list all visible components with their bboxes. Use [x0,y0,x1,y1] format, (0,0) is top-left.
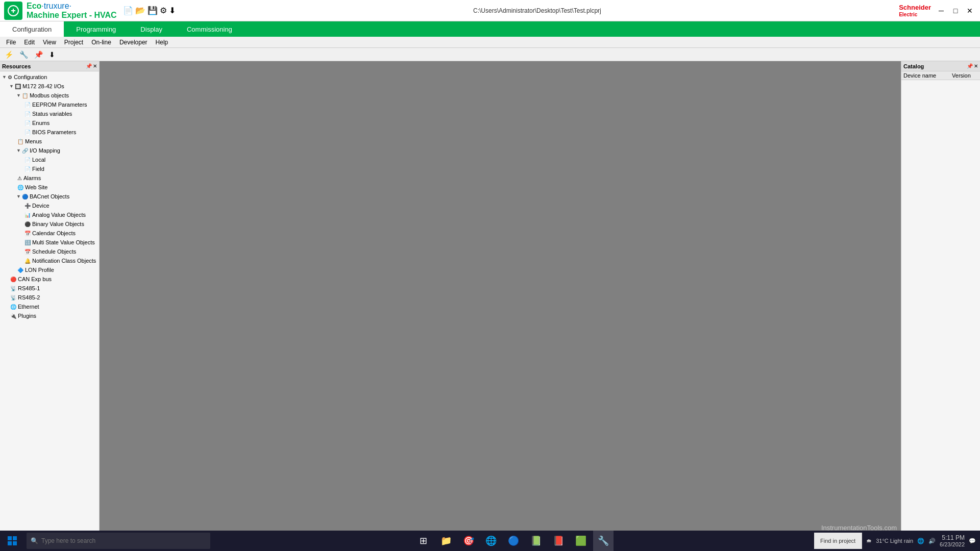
toolbar-btn-3[interactable]: 📌 [32,49,45,60]
menu-project[interactable]: Project [60,37,87,48]
save-button[interactable]: 💾 [148,6,158,15]
tree-item-label: Menus [25,138,42,144]
menu-online[interactable]: On-line [87,37,115,48]
menubar: File Edit View Project On-line Developer… [0,37,980,48]
tree-item[interactable]: 🔢Multi State Value Objects [0,238,99,247]
tree-item[interactable]: 🔷LON Profile [0,265,99,274]
tree-item-label: Alarms [23,175,41,181]
start-button[interactable] [0,531,24,551]
tree-item-icon: 📅 [24,249,31,255]
menu-view[interactable]: View [39,37,60,48]
tree-item[interactable]: ▼⚙Configuration [0,72,99,82]
taskbar-app4[interactable]: 📗 [526,531,546,551]
taskbar-file-explorer[interactable]: 📁 [436,531,456,551]
catalog-panel: Catalog 📌 ✕ Device name Version [901,61,980,536]
menu-edit[interactable]: Edit [20,37,39,48]
open-button[interactable]: 📂 [135,6,145,15]
menu-help[interactable]: Help [152,37,173,48]
tree-item[interactable]: 📄BIOS Parameters [0,128,99,137]
close-button[interactable]: ✕ [964,5,976,17]
clock-time: 5:11 PM [940,534,965,541]
clock: 5:11 PM 6/23/2022 [940,534,965,547]
search-bar: 🔍 [27,533,210,549]
tree-item-label: Binary Value Objects [32,221,84,227]
taskbar-task-view[interactable]: ⊞ [413,531,434,551]
tree-item[interactable]: 📡RS485-2 [0,293,99,302]
tree-item-icon: 🔗 [22,148,28,154]
app-main-name: Machine Expert [27,11,87,19]
taskbar-app2[interactable]: 🌐 [481,531,501,551]
tree-item-label: Modbus objects [30,92,69,98]
tree-item-label: Configuration [14,74,47,80]
maximize-button[interactable]: □ [949,5,962,17]
toolbar-btn-1[interactable]: ⚡ [2,49,16,60]
tree-item[interactable]: 🔔Notification Class Objects [0,256,99,265]
tree-item[interactable]: 📄Field [0,164,99,173]
search-input[interactable] [41,537,206,544]
taskbar-app1[interactable]: 🎯 [458,531,479,551]
tree-item[interactable]: 📡RS485-1 [0,284,99,293]
tree-item-label: Enums [32,120,50,126]
sound-icon: 🔊 [928,538,936,544]
toolbar: ⚡ 🔧 📌 ⬇ [0,48,980,61]
catalog-table: Device name Version [901,71,980,80]
tree-item[interactable]: 📄EEPROM Parameters [0,100,99,109]
download-button[interactable]: ⬇ [169,6,176,15]
tree-item-icon: 📄 [24,102,31,108]
resources-pin-button[interactable]: 📌 [86,63,92,69]
find-in-project-button[interactable]: Find in project [814,533,862,549]
catalog-close-button[interactable]: ✕ [974,63,978,69]
tab-configuration[interactable]: Configuration [0,21,64,37]
tree-item[interactable]: 📄Status variables [0,109,99,118]
tree-item[interactable]: ⚫Binary Value Objects [0,219,99,229]
tree-item-icon: 📄 [24,130,31,135]
tree-item[interactable]: ▼🔲M172 28-42 I/Os [0,82,99,91]
notifications-icon[interactable]: 💬 [969,538,976,544]
tree-item-icon: 📋 [22,93,28,98]
app-title: Eco·truxure· Machine Expert - HVAC [27,2,117,20]
tree-item[interactable]: ➕Device [0,201,99,210]
build-button[interactable]: ⚙ [160,6,167,15]
tree-item-icon: ⚫ [24,221,31,227]
taskbar-hvac-active[interactable]: 🔧 [593,531,614,551]
tree-item[interactable]: ▼🔗I/O Mapping [0,146,99,155]
tree-item-label: Web Site [25,184,47,190]
catalog-pin-button[interactable]: 📌 [967,63,973,69]
tab-display[interactable]: Display [128,21,175,37]
tree-item[interactable]: 🌐Web Site [0,183,99,192]
tree-item[interactable]: 🔌Plugins [0,311,99,320]
tree-item[interactable]: ▼📋Modbus objects [0,91,99,100]
new-button[interactable]: 📄 [123,6,133,15]
toolbar-btn-4[interactable]: ⬇ [46,49,58,60]
tree-item-label: Device [32,203,50,209]
tree-item[interactable]: 🔴CAN Exp bus [0,274,99,284]
toolbar-btn-2[interactable]: 🔧 [17,49,31,60]
tree-item[interactable]: ▼🔵BACnet Objects [0,192,99,201]
taskbar-app6[interactable]: 🟩 [571,531,591,551]
tree-item[interactable]: 📊Analog Value Objects [0,210,99,219]
tree-item[interactable]: 📄Local [0,155,99,164]
tree-item[interactable]: 📅Calendar Objects [0,229,99,238]
tree-item[interactable]: 📋Menus [0,137,99,146]
resources-close-button[interactable]: ✕ [93,63,97,69]
minimize-button[interactable]: ─ [935,5,947,17]
taskbar-app3[interactable]: 🔵 [503,531,524,551]
search-icon: 🔍 [31,537,38,544]
tree-item[interactable]: ⚠Alarms [0,173,99,183]
filepath: C:\Users\Administrator\Desktop\Test\Test… [176,7,899,14]
tree-item-label: BACnet Objects [30,193,69,199]
tab-programming[interactable]: Programming [64,21,128,37]
tree-item-label: RS485-1 [18,285,40,291]
tab-commissioning[interactable]: Commissioning [175,21,244,37]
tree-item-label: Local [32,157,45,163]
expand-icon: ▼ [16,148,21,153]
taskbar-app5[interactable]: 📕 [548,531,569,551]
menu-developer[interactable]: Developer [115,37,152,48]
tree-item[interactable]: 🌐Ethernet [0,302,99,311]
catalog-controls: 📌 ✕ [967,63,978,69]
tree-item[interactable]: 📄Enums [0,118,99,128]
tree-item[interactable]: 📅Schedule Objects [0,247,99,256]
menu-file[interactable]: File [2,37,20,48]
resources-controls: 📌 ✕ [86,63,97,69]
tree-item-label: M172 28-42 I/Os [22,83,64,89]
